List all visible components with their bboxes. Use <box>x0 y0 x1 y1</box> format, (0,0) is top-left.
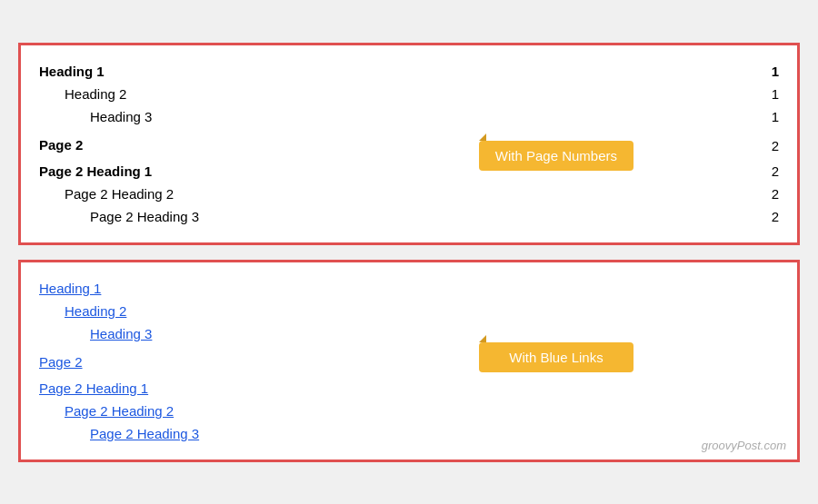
with-page-numbers-badge: With Page Numbers <box>479 141 633 171</box>
table-row: Page 2 Heading 2 <box>39 400 779 422</box>
toc-table-numbers: Heading 1 1 Heading 2 1 Heading 3 1 Page… <box>39 60 779 228</box>
toc-label: Heading 3 <box>39 322 779 345</box>
toc-label: Page 2 Heading 2 <box>39 400 779 422</box>
toc-page: 1 <box>745 105 779 128</box>
toc-link[interactable]: Heading 3 <box>90 326 152 341</box>
toc-box-page-numbers: Heading 1 1 Heading 2 1 Heading 3 1 Page… <box>18 43 800 245</box>
toc-label: Heading 3 <box>39 105 745 128</box>
toc-label: Heading 2 <box>39 83 745 105</box>
with-blue-links-badge: With Blue Links <box>479 342 633 372</box>
toc-label: Page 2 Heading 3 <box>39 422 779 445</box>
toc-label: Page 2 Heading 1 <box>39 375 779 400</box>
toc-link[interactable]: Page 2 <box>39 354 83 370</box>
toc-link[interactable]: Page 2 Heading 3 <box>90 426 199 441</box>
toc-box-blue-links: Heading 1 Heading 2 Heading 3 Page 2 Pag… <box>18 260 800 462</box>
table-row: Heading 1 <box>39 277 779 300</box>
toc-page: 2 <box>745 158 779 183</box>
table-row: Page 2 Heading 3 <box>39 422 779 445</box>
table-row: Page 2 Heading 1 <box>39 375 779 400</box>
table-row: Page 2 2 <box>39 128 779 158</box>
table-row: Page 2 <box>39 345 779 375</box>
toc-link[interactable]: Heading 2 <box>65 303 126 319</box>
table-row: Page 2 Heading 1 2 <box>39 158 779 183</box>
toc-link[interactable]: Page 2 Heading 2 <box>65 403 174 419</box>
toc-table-links: Heading 1 Heading 2 Heading 3 Page 2 Pag… <box>39 277 779 445</box>
toc-label: Page 2 Heading 1 <box>39 158 745 183</box>
toc-label: Page 2 Heading 2 <box>39 183 745 205</box>
toc-link[interactable]: Page 2 Heading 1 <box>39 380 148 396</box>
toc-page: 2 <box>745 183 779 205</box>
table-row: Page 2 Heading 2 2 <box>39 183 779 205</box>
toc-link[interactable]: Heading 1 <box>39 281 101 296</box>
watermark: groovyPost.com <box>702 439 786 452</box>
toc-page: 2 <box>745 128 779 158</box>
toc-label: Heading 1 <box>39 60 745 83</box>
toc-page: 1 <box>745 83 779 105</box>
table-row: Heading 1 1 <box>39 60 779 83</box>
toc-label: Page 2 Heading 3 <box>39 205 745 228</box>
table-row: Heading 3 1 <box>39 105 779 128</box>
toc-page: 2 <box>745 205 779 228</box>
toc-label: Heading 2 <box>39 300 779 322</box>
table-row: Heading 2 <box>39 300 779 322</box>
toc-label: Page 2 <box>39 345 779 375</box>
table-row: Page 2 Heading 3 2 <box>39 205 779 228</box>
table-row: Heading 3 <box>39 322 779 345</box>
toc-label: Heading 1 <box>39 277 779 300</box>
table-row: Heading 2 1 <box>39 83 779 105</box>
toc-page: 1 <box>745 60 779 83</box>
toc-label: Page 2 <box>39 128 745 158</box>
